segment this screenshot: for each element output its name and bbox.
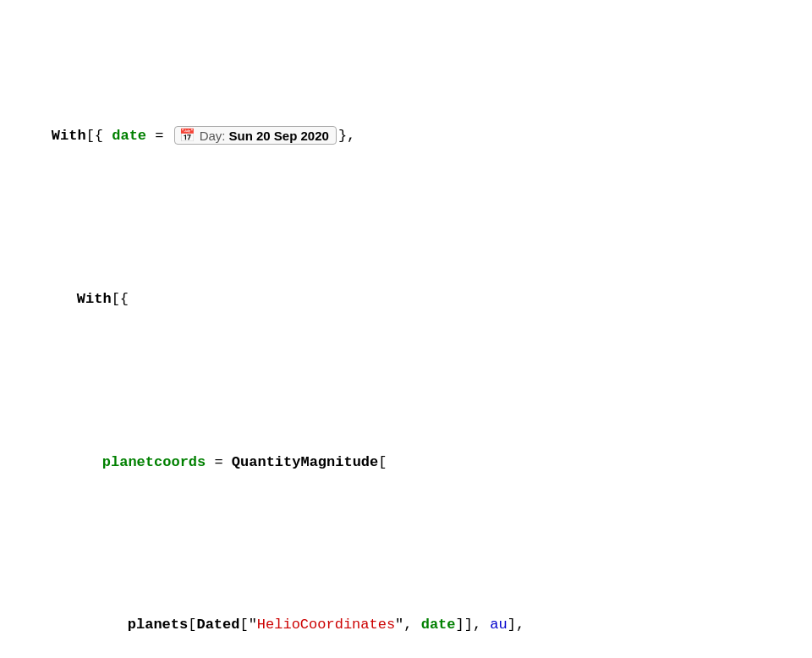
date-picker-widget[interactable]: 📅Day:Sun 20 Sep 2020 xyxy=(174,126,337,145)
quote-comma: ", xyxy=(395,617,421,633)
with-keyword: With xyxy=(52,128,86,144)
quantity-magnitude: QuantityMagnitude xyxy=(232,454,378,470)
date-ref1: date xyxy=(421,617,456,633)
close-planets: ]], xyxy=(456,617,491,633)
helio-string: HelioCoordinates xyxy=(257,617,395,633)
date-variable: date xyxy=(112,128,146,144)
with2-keyword: With xyxy=(77,291,112,307)
qm-bracket: [ xyxy=(378,454,387,470)
au-ref1: au xyxy=(490,617,507,633)
eq1: = xyxy=(146,128,173,144)
dated-bracket: [" xyxy=(239,617,256,633)
line-1: With[{ date = 📅Day:Sun 20 Sep 2020}, xyxy=(17,101,795,172)
calendar-icon: 📅 xyxy=(179,128,195,143)
code-block: With[{ date = 📅Day:Sun 20 Sep 2020}, Wit… xyxy=(17,8,795,658)
line-4: planets[Dated["HelioCoordinates", date]]… xyxy=(93,589,795,658)
close-qm1: ], xyxy=(508,617,524,633)
bracket2: [{ xyxy=(112,291,129,307)
dated-fn: Dated xyxy=(196,617,239,633)
day-label: Day: xyxy=(200,129,226,143)
dated-open: [ xyxy=(188,617,196,633)
eq2: = xyxy=(206,454,232,470)
line-3: planetcoords = QuantityMagnitude[ xyxy=(68,427,795,498)
planetcoords-var: planetcoords xyxy=(102,454,206,470)
bracket-open: [{ xyxy=(86,128,112,144)
planets-fn: planets xyxy=(128,617,188,633)
line-2: With[{ xyxy=(42,264,795,335)
close-brace: }, xyxy=(338,128,355,144)
date-value: Sun 20 Sep 2020 xyxy=(229,129,329,143)
